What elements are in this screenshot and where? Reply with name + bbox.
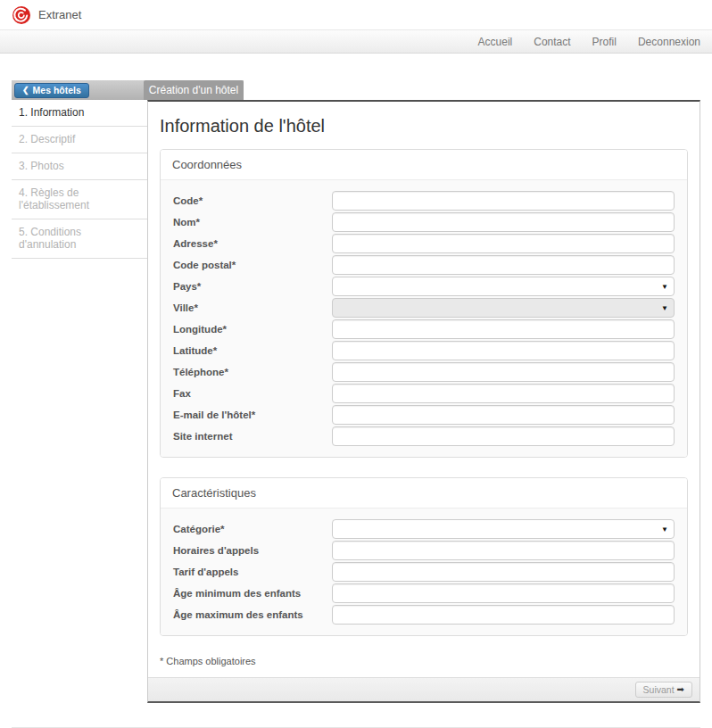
next-button-label: Suivant xyxy=(643,684,675,695)
pays-select-wrap: ▼ xyxy=(332,277,675,296)
section-body: Catégorie*▼Horaires d'appelsTarif d'appe… xyxy=(161,509,687,635)
form-row-site-internet: Site internet xyxy=(173,426,675,446)
steps-sidebar: 1. Information2. Descriptif3. Photos4. R… xyxy=(12,100,147,259)
age-minimum-input[interactable] xyxy=(332,583,675,603)
categorie-select-wrap: ▼ xyxy=(332,519,675,539)
page-title: Information de l'hôtel xyxy=(160,116,688,136)
form-row-latitude: Latitude* xyxy=(173,341,675,360)
form-row-age-minimum: Âge minimum des enfants xyxy=(173,583,675,603)
adresse-input[interactable] xyxy=(332,234,675,253)
page: ❮ Mes hôtels Création d'un hôtel 1. Info… xyxy=(0,80,712,728)
brand-logo-icon xyxy=(12,6,30,24)
form-row-horaires-appels: Horaires d'appels xyxy=(173,541,675,560)
arrow-right-icon: ➡ xyxy=(677,685,684,694)
sidebar-item-5-conditions-d-annulation[interactable]: 5. Conditions d'annulation xyxy=(12,219,147,259)
form-row-longitude: Longitude* xyxy=(173,319,675,339)
age-maximum-input[interactable] xyxy=(332,605,675,625)
telephone-label: Téléphone* xyxy=(173,367,332,377)
email-hotel-input[interactable] xyxy=(332,405,675,425)
tab-row: ❮ Mes hôtels Création d'un hôtel xyxy=(12,80,700,100)
form-row-ville: Ville*▼ xyxy=(173,298,675,318)
back-button-label: Mes hôtels xyxy=(33,85,81,95)
next-step-button[interactable]: Suivant ➡ xyxy=(635,682,692,698)
tarif-appels-input[interactable] xyxy=(332,562,675,582)
ville-label: Ville* xyxy=(173,302,332,313)
top-nav: AccueilContactProfilDeconnexion xyxy=(0,30,712,54)
pays-label: Pays* xyxy=(173,281,332,292)
nom-label: Nom* xyxy=(173,217,332,228)
nav-link-profil[interactable]: Profil xyxy=(582,36,627,48)
nom-input[interactable] xyxy=(332,212,675,232)
form-row-categorie: Catégorie*▼ xyxy=(173,519,675,539)
form-row-email-hotel: E-mail de l'hôtel* xyxy=(173,405,675,425)
top-bar: Extranet xyxy=(0,0,712,30)
latitude-label: Latitude* xyxy=(173,345,332,356)
form-row-code-postal: Code postal* xyxy=(173,255,675,275)
email-hotel-label: E-mail de l'hôtel* xyxy=(173,410,332,420)
ville-select-wrap: ▼ xyxy=(332,298,675,318)
form-row-pays: Pays*▼ xyxy=(173,277,675,296)
pays-select[interactable] xyxy=(332,277,675,296)
fax-input[interactable] xyxy=(332,384,675,403)
site-internet-input[interactable] xyxy=(332,426,675,446)
content-columns: 1. Information2. Descriptif3. Photos4. R… xyxy=(12,100,700,703)
nav-link-contact[interactable]: Contact xyxy=(523,36,581,48)
fax-label: Fax xyxy=(173,388,332,399)
categorie-select[interactable] xyxy=(332,519,675,539)
code-postal-input[interactable] xyxy=(332,255,675,275)
latitude-input[interactable] xyxy=(332,341,675,360)
form-row-fax: Fax xyxy=(173,384,675,403)
back-to-hotels-button[interactable]: ❮ Mes hôtels xyxy=(14,83,89,98)
panel-footer: Suivant ➡ xyxy=(148,677,700,701)
hotel-form-panel: Information de l'hôtel CoordonnéesCode*N… xyxy=(147,100,700,703)
section-legend: Coordonnées xyxy=(161,150,687,180)
chevron-left-icon: ❮ xyxy=(22,87,29,95)
nav-link-accueil[interactable]: Accueil xyxy=(468,36,524,48)
telephone-input[interactable] xyxy=(332,362,675,382)
tab-hotel-creation[interactable]: Création d'un hôtel xyxy=(144,80,244,100)
section-legend: Caractéristiques xyxy=(161,478,687,509)
age-minimum-label: Âge minimum des enfants xyxy=(173,588,332,599)
tarif-appels-label: Tarif d'appels xyxy=(173,567,332,577)
brand-title: Extranet xyxy=(38,8,81,21)
form-row-nom: Nom* xyxy=(173,212,675,232)
form-sections: CoordonnéesCode*Nom*Adresse*Code postal*… xyxy=(160,149,688,636)
tab-strip: ❮ Mes hôtels Création d'un hôtel xyxy=(12,80,244,100)
section-coordonnees: CoordonnéesCode*Nom*Adresse*Code postal*… xyxy=(160,149,688,458)
nav-link-deconnexion[interactable]: Deconnexion xyxy=(627,36,700,48)
horaires-appels-input[interactable] xyxy=(332,541,675,560)
required-fields-note: * Champs obligatoires xyxy=(160,656,688,666)
code-label: Code* xyxy=(173,195,332,206)
sidebar-item-1-information[interactable]: 1. Information xyxy=(12,100,147,127)
section-caracteristiques: CaractéristiquesCatégorie*▼Horaires d'ap… xyxy=(160,477,688,636)
longitude-input[interactable] xyxy=(332,319,675,339)
form-row-age-maximum: Âge maximum des enfants xyxy=(173,605,675,625)
horaires-appels-label: Horaires d'appels xyxy=(173,545,332,556)
form-row-adresse: Adresse* xyxy=(173,234,675,253)
form-row-tarif-appels: Tarif d'appels xyxy=(173,562,675,582)
form-row-code: Code* xyxy=(173,191,675,211)
code-input[interactable] xyxy=(332,191,675,211)
sidebar-item-2-descriptif[interactable]: 2. Descriptif xyxy=(12,127,147,153)
age-maximum-label: Âge maximum des enfants xyxy=(173,609,332,620)
ville-select[interactable] xyxy=(332,298,675,318)
sidebar-item-3-photos[interactable]: 3. Photos xyxy=(12,153,147,180)
adresse-label: Adresse* xyxy=(173,238,332,249)
nav-links: AccueilContactProfilDeconnexion xyxy=(468,36,700,48)
sidebar-item-4-regles-de-l-etablissement[interactable]: 4. Règles de l'établissement xyxy=(12,180,147,219)
longitude-label: Longitude* xyxy=(173,324,332,335)
site-internet-label: Site internet xyxy=(173,431,332,442)
section-body: Code*Nom*Adresse*Code postal*Pays*▼Ville… xyxy=(161,180,687,457)
form-row-telephone: Téléphone* xyxy=(173,362,675,382)
categorie-label: Catégorie* xyxy=(173,524,332,534)
code-postal-label: Code postal* xyxy=(173,260,332,270)
